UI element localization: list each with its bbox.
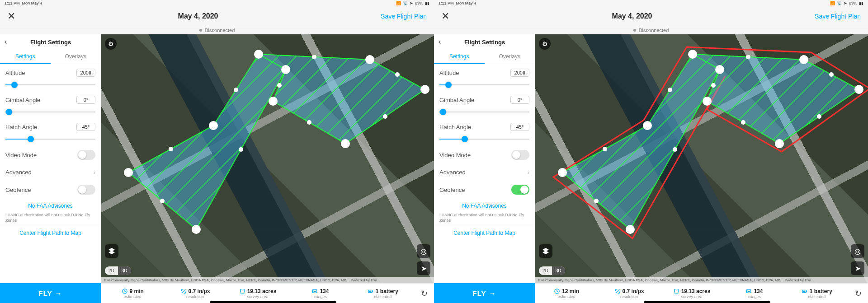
undo-icon[interactable]: ↻ — [848, 289, 868, 298]
hatch-value[interactable]: 45° — [510, 123, 529, 131]
view-mode-toggle[interactable]: 2D3D — [105, 266, 131, 275]
faa-advisory-link[interactable]: No FAA Advisories — [0, 199, 101, 213]
svg-point-84 — [711, 83, 716, 88]
view-3d[interactable]: 3D — [552, 266, 565, 275]
map[interactable]: ⚙ 2D3D ◎ ➤ Esri Community Maps Contribut… — [101, 34, 434, 303]
advanced-row[interactable]: Advanced› — [0, 164, 101, 180]
battery-pct: 89% — [849, 1, 857, 5]
view-2d[interactable]: 2D — [539, 266, 552, 275]
geofence-toggle[interactable] — [511, 185, 529, 195]
view-3d[interactable]: 3D — [118, 266, 131, 275]
advanced-label: Advanced — [5, 169, 32, 176]
metric-time: 9 min estimated — [101, 288, 164, 299]
flight-path-overlay[interactable] — [101, 34, 434, 240]
map-settings-icon[interactable]: ⚙ — [105, 38, 117, 50]
save-flight-plan-link[interactable]: Save Flight Plan — [381, 13, 427, 20]
close-icon[interactable]: ✕ — [441, 10, 449, 22]
svg-point-81 — [829, 72, 834, 77]
svg-rect-46 — [369, 290, 371, 292]
hatch-slider[interactable] — [439, 135, 529, 143]
altitude-label: Altitude — [439, 70, 459, 76]
svg-point-24 — [254, 50, 263, 59]
tab-overlays[interactable]: Overlays — [51, 50, 101, 64]
metric-images: 134 images — [289, 288, 351, 299]
video-mode-toggle[interactable] — [511, 150, 529, 160]
fly-button[interactable]: FLY → — [434, 283, 535, 303]
svg-point-33 — [312, 55, 316, 59]
gimbal-value[interactable]: 0° — [510, 96, 529, 104]
status-bar: 1:11 PM Mon May 4 📶 📡 ➤ 89% ▮▮ — [434, 0, 868, 6]
arrow-right-icon: → — [489, 289, 496, 297]
svg-point-83 — [741, 120, 745, 125]
status-time: 1:11 PM Mon May 4 — [439, 1, 476, 5]
svg-point-80 — [746, 55, 750, 59]
svg-point-85 — [673, 147, 677, 152]
map[interactable]: ⚙ 2D3D ◎ ➤ Esri Community Maps Contribut… — [535, 34, 868, 303]
svg-rect-45 — [373, 290, 373, 292]
svg-point-29 — [281, 65, 290, 74]
metric-area: 19.13 acres survey area — [660, 288, 723, 299]
hatch-value[interactable]: 45° — [76, 123, 95, 131]
svg-point-69 — [558, 168, 567, 177]
svg-rect-93 — [803, 290, 805, 292]
center-flight-path-link[interactable]: Center Flight Path to Map — [0, 227, 101, 239]
hatch-slider[interactable] — [5, 135, 95, 143]
video-mode-label: Video Mode — [439, 152, 471, 158]
svg-point-26 — [420, 85, 429, 94]
video-mode-toggle[interactable] — [77, 150, 95, 160]
svg-line-12 — [146, 34, 336, 224]
altitude-slider[interactable] — [439, 81, 529, 89]
tab-settings[interactable]: Settings — [434, 50, 485, 64]
home-indicator — [210, 301, 336, 303]
hatch-label: Hatch Angle — [439, 124, 471, 131]
status-time: 1:11 PM Mon May 4 — [5, 1, 42, 5]
status-bar: 1:11 PM Mon May 4 📶 📡 ➤ 89% ▮▮ — [0, 0, 434, 6]
geofence-label: Geofence — [5, 186, 31, 193]
chevron-right-icon: › — [528, 169, 529, 176]
undo-icon[interactable]: ↻ — [414, 289, 434, 298]
flight-path-overlay[interactable] — [535, 34, 868, 240]
view-2d[interactable]: 2D — [105, 266, 118, 275]
svg-point-31 — [169, 147, 173, 151]
advanced-label: Advanced — [439, 169, 466, 176]
tab-overlays[interactable]: Overlays — [485, 50, 535, 64]
layers-icon[interactable] — [539, 244, 552, 258]
laanc-disclaimer: LAANC authorization will not unlock DJI … — [0, 213, 101, 227]
svg-point-77 — [626, 225, 635, 234]
orient-icon[interactable]: ➤ — [851, 261, 864, 275]
layers-icon[interactable] — [105, 244, 118, 258]
advanced-row[interactable]: Advanced› — [434, 164, 535, 180]
tab-settings[interactable]: Settings — [0, 50, 51, 64]
svg-point-27 — [341, 139, 350, 148]
altitude-value[interactable]: 200ft — [76, 69, 95, 77]
altitude-value[interactable]: 200ft — [510, 69, 529, 77]
svg-point-22 — [124, 168, 133, 177]
gimbal-slider[interactable] — [439, 108, 529, 116]
flight-stats-bar: 12 min estimated 0.7 in/px resolution 19… — [535, 283, 868, 303]
geofence-toggle[interactable] — [77, 185, 95, 195]
save-flight-plan-link[interactable]: Save Flight Plan — [815, 13, 861, 20]
connection-status: Disconnected — [639, 28, 669, 33]
view-mode-toggle[interactable]: 2D3D — [539, 266, 565, 275]
fly-button[interactable]: FLY → — [0, 283, 101, 303]
laanc-disclaimer: LAANC authorization will not unlock DJI … — [434, 213, 535, 227]
gimbal-value[interactable]: 0° — [76, 96, 95, 104]
close-icon[interactable]: ✕ — [7, 10, 15, 22]
locate-icon[interactable]: ◎ — [417, 244, 430, 258]
sidebar-title: Flight Settings — [5, 39, 96, 46]
geofence-label: Geofence — [439, 186, 465, 193]
orient-icon[interactable]: ➤ — [417, 261, 430, 275]
svg-point-70 — [643, 121, 652, 130]
svg-point-30 — [192, 225, 201, 234]
gimbal-slider[interactable] — [5, 108, 95, 116]
signal-icon: 📶 — [396, 1, 401, 5]
faa-advisory-link[interactable]: No FAA Advisories — [434, 199, 535, 213]
locate-icon[interactable]: ◎ — [851, 244, 864, 258]
map-settings-icon[interactable]: ⚙ — [539, 38, 551, 50]
connection-status: Disconnected — [205, 28, 235, 33]
svg-marker-2 — [128, 54, 286, 229]
altitude-slider[interactable] — [5, 81, 95, 89]
center-flight-path-link[interactable]: Center Flight Path to Map — [434, 227, 535, 239]
header: ✕ May 4, 2020 Save Flight Plan — [0, 6, 434, 26]
svg-point-73 — [854, 85, 863, 94]
